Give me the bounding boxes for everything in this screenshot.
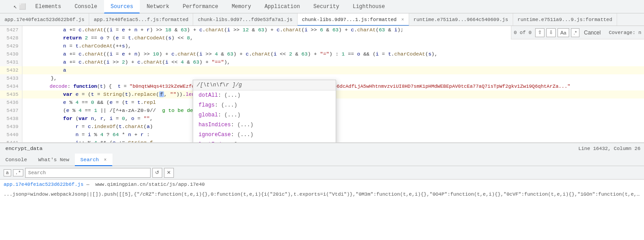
- search-aa-button[interactable]: Aa: [558, 28, 569, 37]
- status-bar: encrypt_data Line 16432, Column 26: [0, 143, 644, 154]
- search-clear-button[interactable]: ✕: [164, 168, 174, 178]
- code-line-5430: 5430 a += c.charAt((i = e + n) >> 10) + …: [0, 50, 644, 58]
- file-tab-close-3[interactable]: ×: [402, 17, 404, 22]
- search-input[interactable]: encrypt_data: [25, 168, 151, 178]
- search-next-button[interactable]: ⇩: [546, 28, 556, 37]
- tooltip-row-dotall: dotAll: (...): [193, 90, 336, 100]
- file-tab-bar: app.17e40fe1ac523d622b6f.js app.17e40fe1…: [0, 13, 644, 26]
- search-result-content[interactable]: ...jsonp=window.webpackJsonp||[]).push([…: [0, 189, 644, 199]
- file-tab-0[interactable]: app.17e40fe1ac523d622b6f.js: [0, 13, 89, 26]
- code-area: 5427 a += c.charAt((i = e + n + r) >> 18…: [0, 26, 644, 142]
- pointer-icon[interactable]: ↖: [13, 3, 17, 10]
- file-tab-5[interactable]: runtime.e7511a9...9.js:formatted: [513, 13, 617, 26]
- search-bar-regex-dot[interactable]: .*: [13, 169, 23, 176]
- top-tab-bar: ↖ ⬜ Elements Console Sources Network Per…: [0, 0, 644, 13]
- bottom-tab-bar: Console What's New Search ×: [0, 154, 644, 166]
- bottom-tab-whatsnew[interactable]: What's New: [33, 154, 75, 166]
- search-regex-button[interactable]: .*: [571, 28, 579, 37]
- tab-lighthouse[interactable]: Lighthouse: [346, 0, 392, 13]
- inspect-icon[interactable]: ⬜: [19, 3, 26, 10]
- status-encrypt-data: encrypt_data: [4, 146, 43, 151]
- tooltip-row-flags: flags: (...): [193, 100, 336, 110]
- tooltip-row-lastindex: lastIndex: 0: [193, 140, 336, 142]
- devtools-icons: ↖ ⬜: [13, 3, 26, 10]
- tooltip-row-global: global: (...): [193, 110, 336, 120]
- bottom-section: encrypt_data Line 16432, Column 26 Conso…: [0, 142, 644, 206]
- tooltip-row-hasindices: hasIndices: (...): [193, 120, 336, 130]
- bottom-tab-search[interactable]: Search ×: [75, 154, 112, 166]
- search-counter: 0 of 0: [514, 30, 532, 35]
- search-prev-button[interactable]: ⇧: [535, 28, 545, 37]
- location-info: Line 16432, Column 26: [578, 146, 640, 151]
- search-refresh-button[interactable]: ↺: [152, 168, 162, 178]
- search-bar: a .* encrypt_data ↺ ✕: [0, 166, 644, 180]
- bottom-tab-console[interactable]: Console: [0, 154, 33, 166]
- file-tab-2[interactable]: chunk-libs.9d97...fd9e53fa7a1.js: [193, 13, 297, 26]
- tab-network[interactable]: Network: [140, 0, 176, 13]
- tab-elements[interactable]: Elements: [29, 0, 68, 13]
- file-tab-1[interactable]: app.17e40fe1ac5...f.js:formatted: [89, 13, 193, 26]
- tab-performance[interactable]: Performance: [176, 0, 225, 13]
- tab-memory[interactable]: Memory: [225, 0, 258, 13]
- search-bar-a-dot[interactable]: a: [4, 169, 11, 176]
- bottom-tab-search-close[interactable]: ×: [104, 158, 107, 163]
- search-result-filename[interactable]: app.17e40fe1ac523d622b6f.js — www.qiming…: [0, 180, 644, 189]
- tooltip-row-ignorecase: ignoreCase: (...): [193, 130, 336, 140]
- search-results-area: app.17e40fe1ac523d622b6f.js — www.qiming…: [0, 180, 644, 206]
- coverage-label: Coverage: n: [609, 30, 641, 35]
- tab-application[interactable]: Application: [258, 0, 307, 13]
- tab-security[interactable]: Security: [307, 0, 346, 13]
- search-controls: 0 of 0 ⇧ ⇩ Aa .* Cancel Coverage: n: [511, 26, 644, 39]
- file-tab-4[interactable]: runtime.e7511a9...9664c540609.js: [409, 13, 513, 26]
- file-tab-3[interactable]: chunk-libs.9d97...1.js:formatted ×: [298, 13, 409, 26]
- code-line-5429: 5429 n = t.charCodeAt(++s),: [0, 42, 644, 50]
- code-line-5432: 5432 a: [0, 66, 644, 74]
- search-cancel-button[interactable]: Cancel: [581, 28, 603, 37]
- tab-sources[interactable]: Sources: [104, 0, 140, 13]
- tab-console[interactable]: Console: [68, 0, 104, 13]
- tooltip-popup: /[\t\n\f\r ]/g dotAll: (...) flags: (...…: [193, 80, 336, 142]
- code-line-5431: 5431 a += c.charAt(i >> 2) + c.charAt(i …: [0, 58, 644, 66]
- tooltip-header: /[\t\n\f\r ]/g: [193, 80, 336, 90]
